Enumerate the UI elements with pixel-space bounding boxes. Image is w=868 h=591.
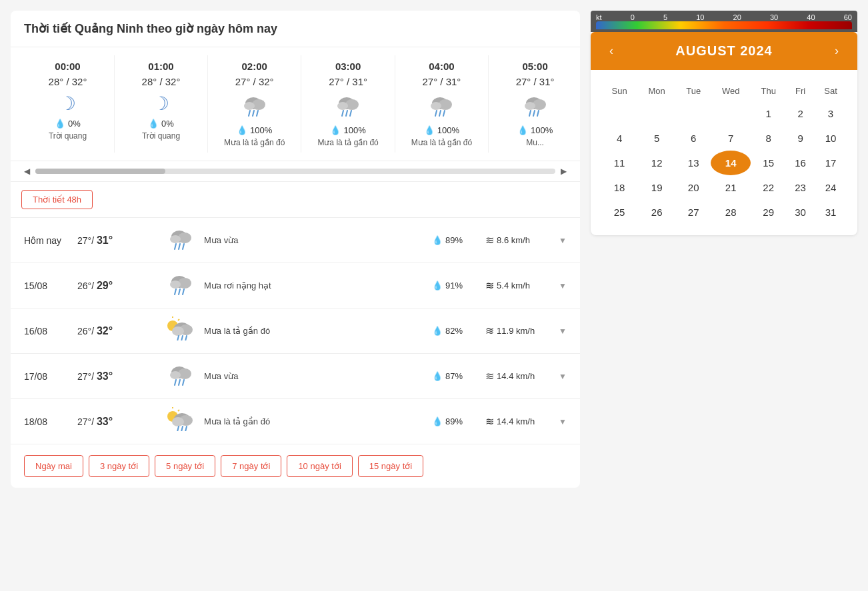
scrollbar-track[interactable] xyxy=(35,169,555,174)
daily-temp-high: 29° xyxy=(97,280,113,291)
left-panel: Thời tiết Quảng Ninh theo giờ ngày hôm n… xyxy=(11,11,580,488)
calendar-day[interactable]: 7 xyxy=(711,126,751,151)
drop-icon: 💧 xyxy=(55,119,65,129)
calendar-day[interactable]: 14 xyxy=(711,151,751,175)
humidity-drop-icon: 💧 xyxy=(432,326,443,336)
daily-humidity: 💧 91% xyxy=(432,281,485,291)
calendar-day[interactable]: 6 xyxy=(676,126,711,151)
period-button[interactable]: 5 ngày tới xyxy=(155,455,215,477)
svg-point-48 xyxy=(170,371,181,379)
calendar-day[interactable]: 29 xyxy=(751,200,786,225)
humidity-drop-icon: 💧 xyxy=(432,281,443,291)
calendar-weekday: Sat xyxy=(815,81,847,101)
period-button[interactable]: 3 ngày tới xyxy=(89,455,149,477)
calendar-day[interactable]: 21 xyxy=(711,175,751,200)
drop-icon: 💧 xyxy=(330,125,341,135)
calendar-weekday: Mon xyxy=(637,81,676,101)
calendar-day[interactable] xyxy=(711,101,751,126)
daily-row[interactable]: 18/08 27°/ 33° Mưa là tả gần đó 💧 89% xyxy=(11,399,580,444)
scroll-left-arrow[interactable]: ◀ xyxy=(21,165,33,177)
calendar-day[interactable]: 22 xyxy=(751,175,786,200)
hourly-weather-icon xyxy=(428,93,455,121)
svg-line-54 xyxy=(178,410,179,411)
calendar-day[interactable]: 20 xyxy=(676,175,711,200)
calendar-day[interactable]: 25 xyxy=(601,200,637,225)
calendar-day[interactable]: 2 xyxy=(786,101,815,126)
calendar-day[interactable]: 1 xyxy=(751,101,786,126)
calendar-day[interactable]: 9 xyxy=(786,126,815,151)
calendar-day[interactable]: 15 xyxy=(751,151,786,175)
daily-expand-icon[interactable]: ▼ xyxy=(559,372,567,381)
calendar: ‹ AUGUST 2024 › SunMonTueWedThuFriSat 12… xyxy=(591,32,857,235)
daily-row[interactable]: 16/08 26°/ 32° Mưa là tả gần đó 💧 82% xyxy=(11,308,580,354)
calendar-day[interactable]: 10 xyxy=(815,126,847,151)
svg-point-42 xyxy=(172,326,184,336)
daily-expand-icon[interactable]: ▼ xyxy=(559,281,567,291)
calendar-day[interactable] xyxy=(676,101,711,126)
scroll-right-arrow[interactable]: ▶ xyxy=(558,165,569,177)
svg-point-32 xyxy=(170,281,181,289)
calendar-day[interactable]: 23 xyxy=(786,175,815,200)
calendar-prev-button[interactable]: ‹ xyxy=(604,41,619,61)
hourly-item: 00:00 28° / 32° ☽ 💧 0% Trời quang xyxy=(21,55,115,153)
hourly-desc: Mưa là tả gần đó xyxy=(317,138,378,147)
calendar-day[interactable]: 16 xyxy=(786,151,815,175)
daily-humidity: 💧 82% xyxy=(432,326,485,336)
hourly-temp: 28° / 32° xyxy=(49,76,87,87)
hourly-time: 00:00 xyxy=(55,61,80,72)
calendar-day[interactable]: 30 xyxy=(786,200,815,225)
calendar-day[interactable]: 13 xyxy=(676,151,711,175)
daily-row[interactable]: 17/08 27°/ 33° Mưa vừa 💧 87% ≋ 14.4 km/h… xyxy=(11,354,580,399)
hourly-rain-value: 100% xyxy=(437,125,459,135)
period-button[interactable]: Ngày mai xyxy=(24,455,83,477)
calendar-day[interactable]: 12 xyxy=(637,151,676,175)
hourly-scroll[interactable]: 00:00 28° / 32° ☽ 💧 0% Trời quang 01:00 … xyxy=(11,55,580,153)
svg-line-17 xyxy=(443,111,445,116)
calendar-weekday: Tue xyxy=(676,81,711,101)
calendar-day[interactable]: 26 xyxy=(637,200,676,225)
hourly-rain-value: 100% xyxy=(531,125,553,135)
hourly-rain-value: 0% xyxy=(161,119,174,129)
cloud-rain-icon xyxy=(335,93,361,121)
hourly-rain-value: 100% xyxy=(343,125,365,135)
calendar-day[interactable]: 11 xyxy=(601,151,637,175)
calendar-day[interactable]: 17 xyxy=(815,151,847,175)
period-button[interactable]: 10 ngày tới xyxy=(287,455,352,477)
svg-line-9 xyxy=(342,111,343,116)
svg-line-59 xyxy=(177,426,179,431)
partly-cloud-rain-icon xyxy=(166,316,195,345)
daily-expand-icon[interactable]: ▼ xyxy=(559,417,567,426)
hourly-rain: 💧 100% xyxy=(424,125,459,135)
calendar-day[interactable]: 4 xyxy=(601,126,637,151)
daily-row[interactable]: 15/08 26°/ 29° Mưa rơi nặng hạt 💧 91% ≋ … xyxy=(11,263,580,308)
calendar-day[interactable]: 19 xyxy=(637,175,676,200)
hourly-row: 00:00 28° / 32° ☽ 💧 0% Trời quang 01:00 … xyxy=(21,55,580,153)
hourly-rain: 💧 0% xyxy=(148,119,174,129)
hourly-time: 03:00 xyxy=(335,61,361,72)
daily-date: 16/08 xyxy=(24,326,77,336)
btn-48h[interactable]: Thời tiết 48h xyxy=(21,190,93,209)
svg-line-5 xyxy=(257,111,258,116)
hourly-item: 04:00 27° / 31° 💧 100% Mưa là tả gần đó xyxy=(395,55,489,153)
calendar-day[interactable] xyxy=(637,101,676,126)
calendar-day[interactable]: 18 xyxy=(601,175,637,200)
calendar-day[interactable] xyxy=(601,101,637,126)
svg-line-60 xyxy=(181,426,183,431)
calendar-day[interactable]: 28 xyxy=(711,200,751,225)
period-button[interactable]: 15 ngày tới xyxy=(358,455,423,477)
hourly-time: 01:00 xyxy=(148,61,173,72)
calendar-day[interactable]: 8 xyxy=(751,126,786,151)
page-wrapper: Thời tiết Quảng Ninh theo giờ ngày hôm n… xyxy=(0,0,868,498)
daily-desc: Mưa là tả gần đó xyxy=(204,416,432,426)
period-button[interactable]: 7 ngày tới xyxy=(221,455,281,477)
daily-expand-icon[interactable]: ▼ xyxy=(559,236,567,245)
daily-expand-icon[interactable]: ▼ xyxy=(559,326,567,336)
calendar-day[interactable]: 5 xyxy=(637,126,676,151)
calendar-day[interactable]: 3 xyxy=(815,101,847,126)
calendar-day[interactable]: 31 xyxy=(815,200,847,225)
daily-row[interactable]: Hôm nay 27°/ 31° Mưa vừa 💧 89% ≋ 8.6 km/… xyxy=(11,218,580,263)
calendar-next-button[interactable]: › xyxy=(829,41,844,61)
svg-line-44 xyxy=(181,336,183,340)
calendar-day[interactable]: 24 xyxy=(815,175,847,200)
calendar-day[interactable]: 27 xyxy=(676,200,711,225)
